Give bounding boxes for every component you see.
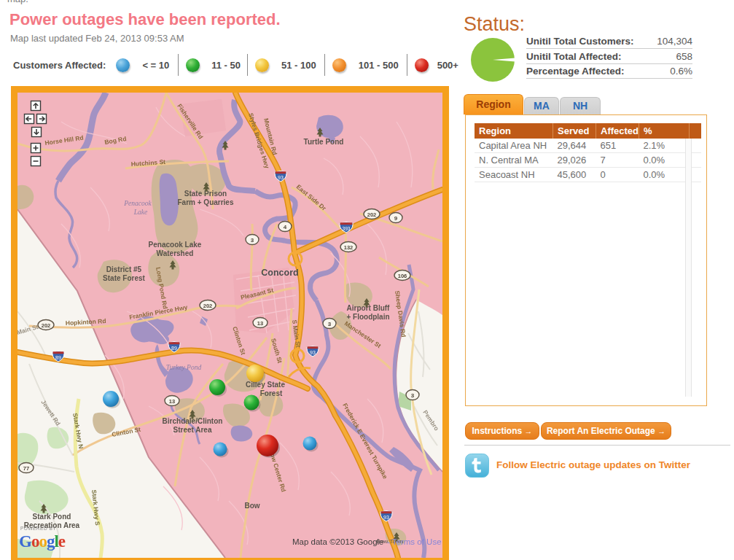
svg-text:77: 77 bbox=[23, 465, 29, 472]
svg-text:132: 132 bbox=[344, 244, 354, 251]
svg-text:Map data ©2013 Google: Map data ©2013 Google bbox=[292, 537, 383, 546]
svg-text:District #5: District #5 bbox=[106, 265, 142, 273]
svg-text:POWERED BY: POWERED BY bbox=[20, 526, 56, 531]
svg-text:Farm + Quarries: Farm + Quarries bbox=[178, 198, 234, 206]
svg-text:13: 13 bbox=[169, 398, 175, 405]
svg-text:Watershed: Watershed bbox=[157, 249, 194, 257]
svg-text:89: 89 bbox=[55, 355, 61, 360]
svg-text:93: 93 bbox=[278, 175, 284, 180]
svg-text:202: 202 bbox=[42, 322, 51, 329]
svg-text:Penacook Lake: Penacook Lake bbox=[149, 241, 202, 249]
svg-text:106: 106 bbox=[398, 273, 407, 279]
svg-text:Lake: Lake bbox=[133, 209, 147, 216]
svg-text:3: 3 bbox=[251, 237, 254, 244]
svg-text:Forest: Forest bbox=[260, 389, 283, 397]
svg-text:State Forest: State Forest bbox=[103, 274, 145, 282]
svg-text:Turkey Pond: Turkey Pond bbox=[166, 364, 202, 371]
svg-text:+ Floodplain: + Floodplain bbox=[346, 313, 389, 321]
svg-text:- Terms of Use: - Terms of Use bbox=[387, 537, 442, 546]
svg-text:Concord: Concord bbox=[261, 268, 298, 278]
svg-text:Penacook: Penacook bbox=[123, 200, 152, 207]
svg-text:Street Area: Street Area bbox=[173, 426, 212, 434]
svg-text:Turtle Pond: Turtle Pond bbox=[304, 138, 344, 146]
svg-text:393: 393 bbox=[343, 226, 351, 231]
svg-text:Airport Bluff: Airport Bluff bbox=[347, 304, 391, 312]
svg-text:Stark Pond: Stark Pond bbox=[33, 513, 71, 521]
svg-text:Bow: Bow bbox=[244, 502, 259, 510]
svg-text:4: 4 bbox=[284, 224, 287, 230]
svg-text:9: 9 bbox=[394, 215, 398, 222]
svg-text:Google: Google bbox=[19, 532, 66, 551]
